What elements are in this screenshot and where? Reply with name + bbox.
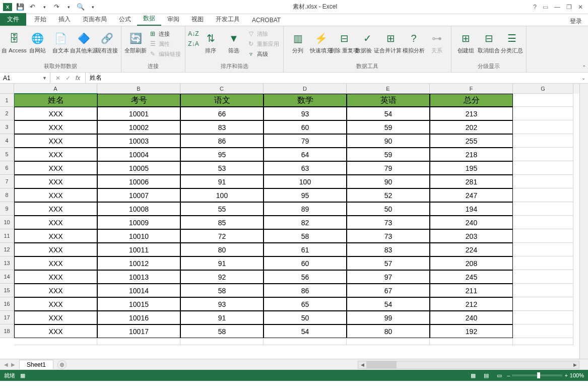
from-other-button[interactable]: 🔷自其他来源 [73, 29, 95, 53]
text-to-columns-button[interactable]: ▥分列 [287, 29, 309, 53]
data-cell[interactable]: 92 [180, 270, 264, 284]
edit-links-button[interactable]: ✎编辑链接 [148, 49, 182, 58]
row-number[interactable]: 16 [0, 297, 14, 311]
view-normal-icon[interactable]: ▦ [468, 371, 479, 379]
empty-cell[interactable] [513, 256, 573, 270]
empty-cell[interactable] [513, 94, 573, 107]
subtotal-button[interactable]: ☰分类汇总 [501, 29, 523, 53]
data-cell[interactable]: XXX [14, 148, 97, 161]
macro-record-icon[interactable]: ▦ [20, 372, 25, 379]
data-cell[interactable]: 58 [264, 229, 347, 243]
sort-button[interactable]: ⇅排序 [200, 29, 222, 53]
tab-formula[interactable]: 公式 [113, 13, 137, 26]
empty-cell[interactable] [513, 284, 573, 297]
data-cell[interactable]: 10005 [97, 161, 180, 175]
data-cell[interactable]: 80 [180, 243, 264, 256]
ribbon-toggle-icon[interactable]: ▭ [543, 4, 548, 11]
sort-asc-button[interactable]: A↓Z [188, 29, 199, 38]
from-web-button[interactable]: 🌐自网站 [26, 29, 48, 53]
data-cell[interactable]: 85 [180, 216, 264, 229]
empty-cell[interactable] [180, 338, 264, 345]
login-link[interactable]: 登录 [570, 17, 588, 26]
from-access-button[interactable]: 🗄自 Access [3, 29, 25, 53]
save-icon[interactable]: 💾 [16, 3, 24, 11]
data-cell[interactable]: 54 [264, 324, 347, 338]
data-cell[interactable]: 64 [264, 148, 347, 161]
sort-desc-button[interactable]: Z↓A [188, 39, 199, 48]
data-cell[interactable]: 91 [180, 256, 264, 270]
data-cell[interactable]: 90 [347, 175, 430, 188]
data-cell[interactable]: 10013 [97, 270, 180, 284]
formula-enter-icon[interactable]: ✓ [66, 75, 71, 82]
data-cell[interactable]: XXX [14, 175, 97, 188]
data-cell[interactable]: XXX [14, 324, 97, 338]
sheet-tab[interactable]: Sheet1 [19, 360, 53, 369]
data-cell[interactable]: 91 [180, 175, 264, 188]
data-cell[interactable]: 73 [347, 229, 430, 243]
help-icon[interactable]: ? [533, 4, 537, 11]
data-cell[interactable]: XXX [14, 297, 97, 311]
name-dropdown-icon[interactable]: ▼ [42, 76, 47, 81]
hscroll-left-icon[interactable]: ◀ [358, 361, 366, 368]
data-cell[interactable]: 89 [264, 202, 347, 216]
zoom-slider[interactable] [512, 374, 562, 376]
collapse-ribbon-icon[interactable]: ⌃ [582, 64, 586, 70]
row-number[interactable]: 3 [0, 120, 14, 134]
zoom-out-button[interactable]: – [507, 372, 510, 378]
data-cell[interactable]: XXX [14, 270, 97, 284]
empty-cell[interactable] [513, 134, 573, 148]
data-cell[interactable]: 93 [180, 297, 264, 311]
fx-icon[interactable]: fx [76, 75, 80, 82]
data-cell[interactable]: 245 [430, 270, 513, 284]
data-cell[interactable]: XXX [14, 229, 97, 243]
select-all-corner[interactable] [0, 84, 14, 94]
data-cell[interactable]: 10008 [97, 202, 180, 216]
data-cell[interactable]: 61 [264, 243, 347, 256]
data-cell[interactable]: 66 [180, 107, 264, 120]
empty-cell[interactable] [347, 338, 430, 345]
data-cell[interactable]: 82 [264, 216, 347, 229]
formula-cancel-icon[interactable]: ✕ [55, 75, 60, 82]
flash-fill-button[interactable]: ⚡快速填充 [310, 29, 332, 53]
zoom-level[interactable]: 100% [570, 372, 584, 378]
tab-dev[interactable]: 开发工具 [210, 13, 246, 26]
data-cell[interactable]: 224 [430, 243, 513, 256]
view-page-icon[interactable]: ▤ [481, 371, 492, 379]
zoom-in-button[interactable]: + [564, 372, 567, 378]
data-cell[interactable]: 10016 [97, 311, 180, 324]
data-cell[interactable]: 100 [180, 188, 264, 202]
empty-cell[interactable] [97, 338, 180, 345]
hscroll-right-icon[interactable]: ▶ [571, 361, 579, 368]
row-number[interactable]: 13 [0, 256, 14, 270]
data-cell[interactable]: 97 [347, 270, 430, 284]
data-cell[interactable]: XXX [14, 107, 97, 120]
data-cell[interactable]: 240 [430, 311, 513, 324]
group-button[interactable]: ⊞创建组 [454, 29, 477, 53]
vertical-scrollbar[interactable] [579, 84, 588, 359]
clear-filter-button[interactable]: ▽清除 [246, 29, 280, 38]
data-cell[interactable]: 10006 [97, 175, 180, 188]
empty-cell[interactable] [513, 216, 573, 229]
existing-conn-button[interactable]: 🔗现有连接 [96, 29, 118, 53]
data-cell[interactable]: 100 [264, 175, 347, 188]
data-cell[interactable]: 99 [347, 311, 430, 324]
empty-cell[interactable] [513, 297, 573, 311]
data-cell[interactable]: 10009 [97, 216, 180, 229]
tab-view[interactable]: 视图 [185, 13, 210, 26]
data-cell[interactable]: 192 [430, 324, 513, 338]
header-cell[interactable]: 语文 [180, 94, 264, 107]
data-cell[interactable]: 10017 [97, 324, 180, 338]
filter-button[interactable]: ▼筛选 [223, 29, 245, 53]
data-cell[interactable]: 83 [180, 120, 264, 134]
tab-start[interactable]: 开始 [28, 13, 52, 26]
header-cell[interactable]: 考号 [97, 94, 180, 107]
undo-dropdown-icon[interactable]: ▾ [40, 3, 48, 11]
data-cell[interactable]: 58 [180, 324, 264, 338]
data-cell[interactable]: 247 [430, 188, 513, 202]
empty-cell[interactable] [513, 243, 573, 256]
row-number[interactable]: 6 [0, 161, 14, 175]
expand-formula-icon[interactable]: ⌄ [579, 73, 588, 83]
empty-cell[interactable] [513, 311, 573, 324]
data-cell[interactable]: XXX [14, 202, 97, 216]
data-cell[interactable]: 93 [264, 107, 347, 120]
